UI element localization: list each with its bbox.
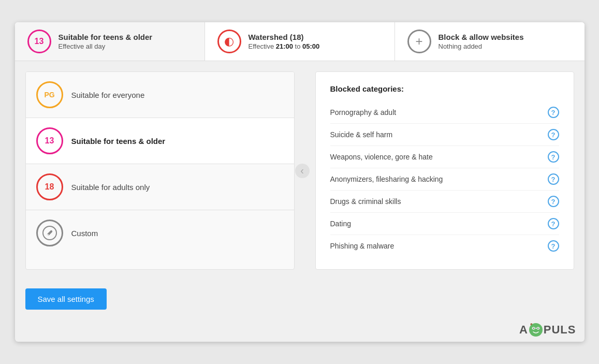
category-phishing-label: Phishing & malware (330, 242, 395, 250)
rating-item-pg[interactable]: PG Suitable for everyone (26, 72, 294, 118)
right-panel: Blocked categories: Pornography & adult … (315, 71, 574, 270)
rating-pg-label: Suitable for everyone (71, 91, 145, 99)
content-area: PG Suitable for everyone 13 Suitable for… (15, 61, 585, 280)
category-dating-label: Dating (330, 220, 351, 228)
category-row-weapons: Weapons, violence, gore & hate ? (330, 146, 559, 168)
save-button[interactable]: Save all settings (25, 288, 107, 310)
rating-item-custom[interactable]: Custom (26, 210, 294, 256)
left-panel: PG Suitable for everyone 13 Suitable for… (25, 71, 295, 270)
svg-point-1 (47, 234, 49, 236)
info-icon-drugs[interactable]: ? (548, 196, 559, 207)
info-icon-suicide[interactable]: ? (548, 129, 559, 140)
category-row-dating: Dating ? (330, 213, 559, 235)
main-container: 13 Suitable for teens & older Effective … (15, 22, 585, 342)
tab-block-allow-icon: + (407, 30, 431, 53)
tab-watershed-title: Watershed (18) (249, 33, 320, 41)
tab-watershed[interactable]: ◐ Watershed (18) Effective 21:00 to 05:0… (205, 22, 395, 61)
info-icon-anonymizers[interactable]: ? (548, 173, 559, 185)
category-suicide-label: Suicide & self harm (330, 130, 393, 139)
tab-teens-icon: 13 (27, 30, 51, 53)
category-row-phishing: Phishing & malware ? (330, 235, 559, 257)
rating-custom-label: Custom (71, 229, 98, 238)
blocked-categories-title: Blocked categories: (330, 84, 559, 93)
watermark-rest: PULS (544, 323, 576, 337)
tab-block-allow[interactable]: + Block & allow websites Nothing added (395, 22, 585, 61)
tab-block-allow-text: Block & allow websites Nothing added (439, 33, 524, 50)
svg-point-6 (537, 328, 538, 329)
tab-block-allow-title: Block & allow websites (439, 33, 524, 41)
watermark-a: A (519, 323, 528, 337)
tab-teens-subtitle: Effective all day (59, 42, 153, 50)
top-tabs: 13 Suitable for teens & older Effective … (15, 22, 585, 61)
info-icon-pornography[interactable]: ? (548, 107, 559, 118)
info-icon-dating[interactable]: ? (548, 218, 559, 229)
category-anonymizers-label: Anonymizers, filesharing & hacking (330, 175, 443, 183)
rating-item-18[interactable]: 18 Suitable for adults only (26, 164, 294, 210)
category-weapons-label: Weapons, violence, gore & hate (330, 153, 433, 161)
collapse-icon: ‹ (295, 164, 310, 178)
rating-item-13[interactable]: 13 Suitable for teens & older (26, 118, 294, 164)
panel-divider[interactable]: ‹ (295, 71, 310, 270)
bottom-bar: Save all settings (15, 280, 585, 320)
tab-teens[interactable]: 13 Suitable for teens & older Effective … (15, 22, 205, 61)
rating-18-label: Suitable for adults only (71, 183, 150, 192)
tab-watershed-text: Watershed (18) Effective 21:00 to 05:00 (249, 33, 320, 50)
circle-13-rating-icon: 13 (36, 127, 63, 154)
plus-icon: + (407, 30, 431, 53)
info-icon-weapons[interactable]: ? (548, 151, 559, 163)
category-drugs-label: Drugs & criminal skills (330, 197, 401, 206)
rating-13-label: Suitable for teens & older (71, 137, 166, 145)
category-row-pornography: Pornography & adult ? (330, 101, 559, 124)
watermark-area: A PULS (15, 320, 585, 342)
category-row-drugs: Drugs & criminal skills ? (330, 191, 559, 213)
tab-watershed-subtitle: Effective 21:00 to 05:00 (249, 42, 320, 50)
watermark-face-icon (528, 322, 544, 338)
wrench-icon (36, 220, 63, 246)
category-pornography-label: Pornography & adult (330, 108, 397, 117)
tab-watershed-icon: ◐ (217, 30, 241, 53)
info-icon-phishing[interactable]: ? (548, 240, 559, 252)
category-row-suicide: Suicide & self harm ? (330, 124, 559, 146)
svg-point-5 (533, 328, 534, 329)
tab-block-allow-subtitle: Nothing added (439, 42, 524, 50)
watermark: A PULS (519, 322, 576, 338)
category-row-anonymizers: Anonymizers, filesharing & hacking ? (330, 168, 559, 191)
clock-icon: ◐ (217, 30, 241, 53)
circle-18-icon: 18 (36, 173, 63, 200)
tab-teens-title: Suitable for teens & older (59, 33, 153, 41)
tab-teens-text: Suitable for teens & older Effective all… (59, 33, 153, 50)
circle-pg-icon: PG (36, 81, 63, 108)
circle-13-icon: 13 (27, 30, 51, 53)
